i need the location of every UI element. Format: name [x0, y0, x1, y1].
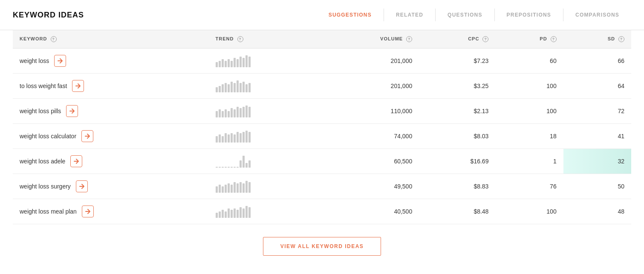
trend-bar [240, 133, 242, 143]
pd-help-icon[interactable]: ? [551, 36, 557, 42]
keyword-text-2: weight loss pills [20, 108, 61, 114]
sd-cell-3: 41 [563, 124, 631, 149]
volume-cell-4: 60,500 [317, 149, 419, 174]
sd-cell-1: 64 [563, 74, 631, 99]
keyword-arrow-btn-2[interactable] [66, 105, 78, 117]
cpc-cell-6: $8.48 [419, 199, 495, 224]
trend-bar [216, 111, 218, 118]
trend-bar [216, 62, 218, 67]
keyword-cell-0: weight loss [13, 49, 209, 74]
trend-bar [248, 160, 251, 168]
cpc-cell-5: $8.83 [419, 174, 495, 199]
tab-questions[interactable]: QUESTIONS [435, 9, 494, 21]
trend-bar [240, 108, 242, 117]
cpc-help-icon[interactable]: ? [482, 36, 488, 42]
trend-bar [248, 83, 251, 92]
trend-cell-6 [209, 199, 318, 224]
trend-bar [216, 186, 218, 193]
volume-help-icon[interactable]: ? [406, 36, 412, 42]
keyword-text-1: to loss weight fast [20, 83, 67, 89]
trend-bar [225, 83, 227, 92]
trend-bar [219, 211, 221, 218]
trend-bar [237, 132, 239, 143]
trend-bar [219, 61, 221, 68]
tab-comparisons[interactable]: COMPARISONS [563, 9, 631, 21]
trend-bar [231, 167, 233, 168]
trend-bar [228, 84, 230, 92]
trend-bar [248, 207, 251, 218]
keyword-arrow-btn-5[interactable] [76, 180, 88, 192]
trend-bar [237, 167, 239, 168]
trend-bars-2 [216, 105, 311, 117]
col-volume: VOLUME ? [317, 30, 419, 49]
volume-cell-1: 201,000 [317, 74, 419, 99]
view-all-button[interactable]: VIEW ALL KEYWORD IDEAS [263, 237, 381, 256]
trend-bar [234, 208, 236, 218]
trend-bar [219, 134, 221, 143]
table-row: weight loss calculator 74,000$8.031841 [13, 124, 631, 149]
page-title: KEYWORD IDEAS [13, 11, 84, 20]
trend-bar [248, 57, 251, 67]
trend-bar [219, 86, 221, 93]
trend-bars-1 [216, 80, 311, 92]
keyword-arrow-btn-0[interactable] [54, 55, 66, 67]
keyword-arrow-btn-3[interactable] [81, 130, 93, 142]
keyword-text-3: weight loss calculator [20, 133, 76, 140]
trend-bar [248, 107, 251, 117]
table-header-row: KEYWORD ? TREND ? VOLUME ? CPC ? PD ? SD… [13, 30, 631, 49]
trend-bars-4 [216, 155, 311, 168]
trend-bar [237, 210, 239, 218]
trend-bars-5 [216, 180, 311, 193]
trend-bar [243, 156, 245, 168]
col-trend: TREND ? [209, 30, 318, 49]
col-sd: SD ? [563, 30, 631, 49]
tab-prepositions[interactable]: PREPOSITIONS [494, 9, 563, 21]
trend-bar [222, 186, 224, 193]
tabs: SUGGESTIONSRELATEDQUESTIONSPREPOSITIONSC… [317, 9, 631, 21]
trend-cell-1 [209, 74, 318, 99]
sd-help-icon[interactable]: ? [618, 36, 624, 42]
col-keyword: KEYWORD ? [13, 30, 209, 49]
tab-suggestions[interactable]: SUGGESTIONS [317, 9, 384, 21]
trend-bar [234, 109, 236, 117]
trend-bar [243, 183, 245, 193]
trend-bar [222, 167, 224, 168]
trend-bar [231, 108, 233, 117]
pd-cell-1: 100 [495, 74, 563, 99]
tab-related[interactable]: RELATED [384, 9, 435, 21]
keyword-help-icon[interactable]: ? [51, 36, 57, 42]
trend-bar [225, 211, 227, 218]
keyword-arrow-btn-4[interactable] [70, 155, 82, 167]
trend-cell-0 [209, 49, 318, 74]
cpc-cell-3: $8.03 [419, 124, 495, 149]
table-row: to loss weight fast 201,000$3.2510064 [13, 74, 631, 99]
trend-bar [234, 83, 236, 92]
trend-cell-4 [209, 149, 318, 174]
keyword-arrow-btn-1[interactable] [72, 80, 84, 92]
trend-bar [231, 61, 233, 68]
trend-bar [234, 182, 236, 193]
keyword-cell-2: weight loss pills [13, 99, 209, 124]
trend-cell-5 [209, 174, 318, 199]
trend-bar [219, 167, 221, 168]
trend-bar [222, 84, 224, 92]
table-row: weight loss meal plan 40,500$8.4810048 [13, 199, 631, 224]
trend-bar [231, 210, 233, 218]
trend-bar [222, 59, 224, 67]
footer: VIEW ALL KEYWORD IDEAS [0, 224, 644, 268]
table-row: weight loss surgery 49,500$8.837650 [13, 174, 631, 199]
trend-bar [228, 111, 230, 118]
trend-bar [237, 59, 239, 67]
trend-help-icon[interactable]: ? [237, 36, 243, 42]
keyword-cell-5: weight loss surgery [13, 174, 209, 199]
trend-bar [225, 109, 227, 117]
trend-bar [248, 182, 251, 193]
sd-cell-2: 72 [563, 99, 631, 124]
trend-bar [228, 134, 230, 143]
keyword-text-5: weight loss surgery [20, 183, 71, 190]
trend-bar [216, 213, 218, 218]
table-row: weight loss 201,000$7.236066 [13, 49, 631, 74]
keyword-arrow-btn-6[interactable] [82, 206, 94, 217]
cpc-cell-0: $7.23 [419, 49, 495, 74]
trend-bar [245, 131, 248, 143]
